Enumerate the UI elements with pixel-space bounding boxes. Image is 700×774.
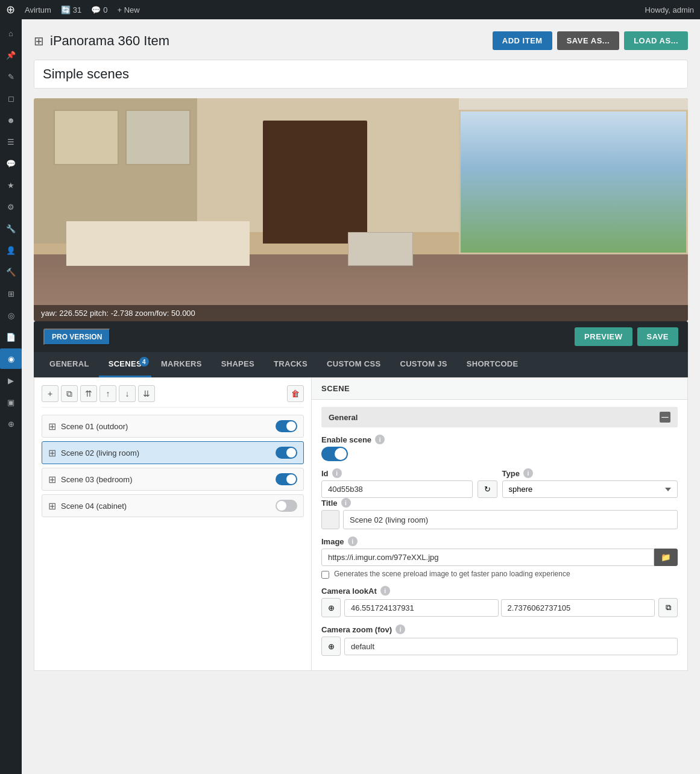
page-header: ⊞ iPanorama 360 Item ADD ITEM SAVE AS...… bbox=[34, 31, 688, 50]
camera-zoom-crosshair[interactable]: ⊕ bbox=[321, 637, 341, 656]
scene03-label: Scene 03 (bedroom) bbox=[61, 475, 271, 484]
sidebar-icon-users[interactable]: 👤 bbox=[0, 240, 22, 260]
sidebar-icon-pages[interactable]: ☰ bbox=[0, 131, 22, 152]
tab-general[interactable]: GENERAL bbox=[40, 352, 99, 377]
panel-body: + ⧉ ⇈ ↑ ↓ ⇊ 🗑 ⊞ Scene 01 (outdoor) bbox=[34, 377, 688, 671]
scene-item-scene01[interactable]: ⊞ Scene 01 (outdoor) bbox=[42, 415, 304, 438]
sidebar-icon-grid[interactable]: ⊞ bbox=[0, 283, 22, 304]
tabs-bar: GENERAL SCENES 4 MARKERS SHAPES TRACKS C… bbox=[34, 352, 688, 377]
delete-scene-button[interactable]: 🗑 bbox=[287, 385, 304, 402]
sidebar-icon-library[interactable]: ▣ bbox=[0, 392, 22, 412]
type-select[interactable]: sphere cylinder flat bbox=[502, 480, 678, 498]
wp-logo-icon[interactable]: ⊕ bbox=[6, 3, 15, 16]
scene-item-scene03[interactable]: ⊞ Scene 03 (bedroom) bbox=[42, 468, 304, 491]
enable-scene-text: Enable scene bbox=[321, 435, 371, 444]
preview-button[interactable]: PREVIEW bbox=[575, 327, 632, 346]
main-content: ⊞ iPanorama 360 Item ADD ITEM SAVE AS...… bbox=[22, 19, 700, 774]
sidebar-icon-edit[interactable]: ✎ bbox=[0, 66, 22, 87]
sidebar-icon-panorama[interactable]: ◉ bbox=[0, 348, 22, 369]
comments-item[interactable]: 💬 0 bbox=[91, 5, 107, 14]
image-input-group: 📁 bbox=[321, 549, 678, 566]
load-as-button[interactable]: LOAD AS... bbox=[624, 31, 688, 50]
sidebar-icon-wrench[interactable]: 🔨 bbox=[0, 262, 22, 282]
tab-markers[interactable]: MARKERS bbox=[151, 352, 212, 377]
sidebar-icon-pin[interactable]: 📌 bbox=[0, 45, 22, 65]
camera-lookat-y[interactable] bbox=[501, 599, 655, 617]
scene-name-input[interactable] bbox=[34, 60, 688, 89]
sidebar-icon-forms[interactable]: ◻ bbox=[0, 88, 22, 109]
sidebar-icon-map[interactable]: ◎ bbox=[0, 305, 22, 326]
image-preload-checkbox[interactable] bbox=[321, 571, 329, 579]
tab-tracks[interactable]: TRACKS bbox=[264, 352, 317, 377]
camera-lookat-text: Camera lookAt bbox=[321, 587, 377, 596]
scene01-label: Scene 01 (outdoor) bbox=[61, 422, 271, 431]
image-browse-button[interactable]: 📁 bbox=[654, 549, 678, 566]
scene01-toggle[interactable] bbox=[276, 420, 297, 432]
title-input-group bbox=[321, 510, 678, 529]
scene-item-scene02[interactable]: ⊞ Scene 02 (living room) bbox=[42, 441, 304, 464]
scene-tab-header: SCENE bbox=[312, 378, 687, 400]
collapse-icon[interactable]: ─ bbox=[660, 412, 670, 423]
type-field-group: Type i sphere cylinder flat bbox=[502, 468, 678, 498]
image-info[interactable]: i bbox=[348, 536, 358, 546]
title-color-swatch[interactable] bbox=[321, 510, 339, 529]
scene-item-scene04[interactable]: ⊞ Scene 04 (cabinet) bbox=[42, 494, 304, 517]
site-name[interactable]: Avirtum bbox=[25, 5, 51, 14]
camera-zoom-input[interactable] bbox=[344, 638, 678, 655]
camera-zoom-label: Camera zoom (fov) i bbox=[321, 625, 678, 634]
sidebar-icon-contacts[interactable]: ☻ bbox=[0, 110, 22, 130]
panel-toolbar: PRO VERSION PREVIEW SAVE bbox=[34, 321, 688, 352]
scene04-toggle[interactable] bbox=[276, 500, 297, 512]
move-up-button[interactable]: ↑ bbox=[99, 385, 116, 402]
tab-shapes[interactable]: SHAPES bbox=[212, 352, 264, 377]
camera-lookat-copy[interactable]: ⧉ bbox=[658, 598, 678, 617]
tab-scenes[interactable]: SCENES 4 bbox=[99, 352, 151, 377]
tab-custom-js[interactable]: CUSTOM JS bbox=[390, 352, 456, 377]
sidebar-icon-tools[interactable]: ⚙ bbox=[0, 197, 22, 217]
tab-tracks-label: TRACKS bbox=[274, 359, 307, 368]
tab-general-label: GENERAL bbox=[49, 359, 89, 368]
move-top-button[interactable]: ⇈ bbox=[80, 385, 97, 402]
title-info[interactable]: i bbox=[341, 498, 351, 508]
sidebar-icon-docs[interactable]: 📄 bbox=[0, 327, 22, 347]
scene03-toggle[interactable] bbox=[276, 473, 297, 485]
updates-count: 31 bbox=[73, 5, 81, 14]
move-down-button[interactable]: ↓ bbox=[119, 385, 136, 402]
tab-shortcode[interactable]: SHORTCODE bbox=[457, 352, 528, 377]
move-bottom-button[interactable]: ⇊ bbox=[138, 385, 155, 402]
camera-zoom-info[interactable]: i bbox=[396, 625, 405, 634]
image-preload-checkbox-label[interactable]: Generates the scene preload image to get… bbox=[321, 570, 678, 579]
camera-lookat-x[interactable] bbox=[344, 599, 499, 617]
copy-scene-button[interactable]: ⧉ bbox=[61, 385, 78, 402]
add-item-button[interactable]: ADD ITEM bbox=[493, 31, 552, 50]
scene02-toggle[interactable] bbox=[276, 447, 297, 459]
enable-scene-toggle[interactable] bbox=[321, 447, 348, 461]
camera-lookat-crosshair[interactable]: ⊕ bbox=[321, 598, 341, 617]
sidebar-icon-media[interactable]: ▶ bbox=[0, 370, 22, 391]
refresh-id-button[interactable]: ↻ bbox=[478, 480, 497, 498]
sidebar-icon-build[interactable]: 🔧 bbox=[0, 218, 22, 239]
panorama-preview: yaw: 226.552 pitch: -2.738 zoom/fov: 50.… bbox=[34, 98, 688, 321]
add-scene-button[interactable]: + bbox=[42, 385, 58, 402]
image-preload-text: Generates the scene preload image to get… bbox=[334, 570, 570, 578]
camera-lookat-info[interactable]: i bbox=[380, 586, 390, 596]
tab-custom-css[interactable]: CUSTOM CSS bbox=[317, 352, 390, 377]
sidebar-icon-plugins[interactable]: ⊕ bbox=[0, 414, 22, 434]
save-as-button[interactable]: SAVE AS... bbox=[557, 31, 619, 50]
pro-version-button[interactable]: PRO VERSION bbox=[43, 329, 110, 345]
page-title: ⊞ iPanorama 360 Item bbox=[34, 33, 169, 49]
image-url-input[interactable] bbox=[321, 549, 654, 566]
id-info[interactable]: i bbox=[332, 468, 342, 478]
sidebar-icon-comments[interactable]: 💬 bbox=[0, 153, 22, 174]
sidebar-icon-orders[interactable]: ★ bbox=[0, 175, 22, 195]
title-input[interactable] bbox=[343, 510, 678, 529]
save-button[interactable]: SAVE bbox=[637, 327, 678, 346]
scene02-label: Scene 02 (living room) bbox=[61, 448, 271, 458]
new-item[interactable]: + New bbox=[118, 5, 140, 14]
enable-scene-info[interactable]: i bbox=[375, 435, 385, 444]
section-header-general[interactable]: General ─ bbox=[321, 407, 678, 427]
id-input[interactable] bbox=[321, 480, 473, 498]
updates-item[interactable]: 🔄 31 bbox=[61, 5, 81, 14]
sidebar-icon-dashboard[interactable]: ⌂ bbox=[0, 23, 22, 43]
type-info[interactable]: i bbox=[523, 468, 533, 478]
